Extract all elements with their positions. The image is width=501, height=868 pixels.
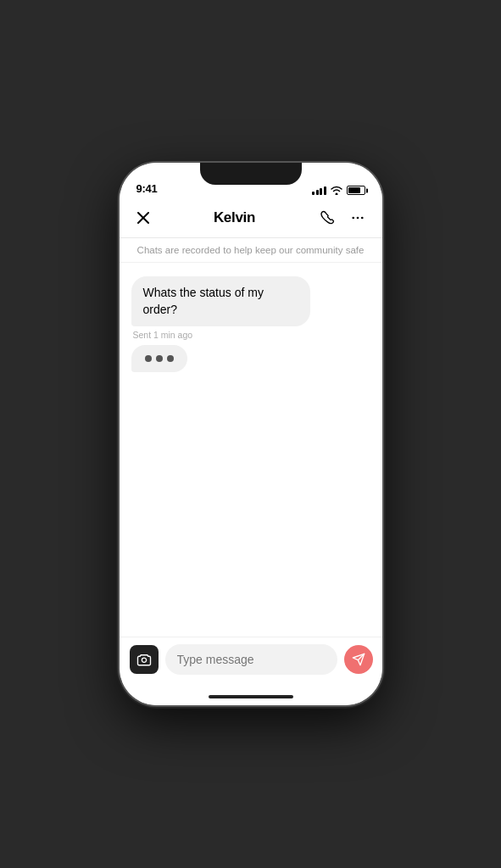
home-bar (209, 695, 293, 698)
svg-point-3 (356, 217, 359, 220)
wifi-icon (331, 186, 342, 195)
screen: 9:41 (120, 163, 382, 705)
svg-point-4 (360, 217, 363, 220)
status-icons (312, 186, 365, 195)
chat-header: Kelvin (120, 200, 382, 238)
phone-shell: 9:41 (120, 163, 382, 705)
notch (200, 163, 302, 185)
status-time: 9:41 (136, 182, 158, 195)
typing-dot-1 (145, 355, 152, 362)
svg-point-2 (352, 217, 354, 220)
signal-icon (312, 186, 326, 195)
chat-area: Whats the status of my order? Sent 1 min… (120, 263, 382, 637)
message-timestamp: Sent 1 min ago (131, 330, 311, 340)
close-button[interactable] (133, 208, 153, 228)
more-options-button[interactable] (347, 207, 369, 229)
call-button[interactable] (316, 207, 338, 229)
chat-title: Kelvin (214, 209, 255, 226)
safety-notice: Chats are recorded to help keep our comm… (120, 238, 382, 263)
message-bubble-sent: Whats the status of my order? Sent 1 min… (131, 276, 311, 340)
battery-icon (347, 186, 365, 195)
message-text: Whats the status of my order? (131, 276, 311, 326)
svg-point-5 (142, 658, 146, 662)
camera-button[interactable] (130, 645, 159, 674)
typing-dot-3 (167, 355, 174, 362)
message-input[interactable] (177, 653, 326, 666)
home-indicator (120, 688, 382, 705)
message-input-container (165, 644, 337, 675)
send-button[interactable] (344, 645, 373, 674)
input-bar (120, 637, 382, 688)
typing-indicator (131, 345, 187, 372)
typing-dot-2 (156, 355, 163, 362)
